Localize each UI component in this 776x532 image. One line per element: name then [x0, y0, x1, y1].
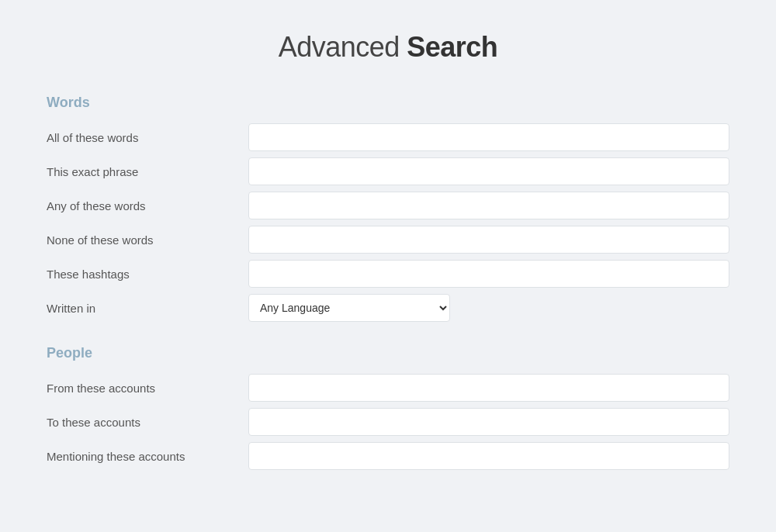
title-normal: Advanced [279, 31, 407, 63]
from-accounts-label: From these accounts [47, 382, 248, 395]
hashtags-label: These hashtags [47, 268, 248, 281]
exact-phrase-label: This exact phrase [47, 165, 248, 178]
words-section: Words All of these words This exact phra… [47, 95, 729, 322]
none-words-row: None of these words [47, 226, 729, 254]
people-section-header: People [47, 345, 729, 361]
hashtags-input[interactable] [248, 260, 729, 288]
hashtags-row: These hashtags [47, 260, 729, 288]
words-section-header: Words [47, 95, 729, 111]
to-accounts-input[interactable] [248, 408, 729, 436]
mentioning-accounts-input[interactable] [248, 442, 729, 470]
any-words-input[interactable] [248, 192, 729, 219]
from-accounts-row: From these accounts [47, 374, 729, 402]
none-words-input[interactable] [248, 226, 729, 254]
exact-phrase-input[interactable] [248, 157, 729, 185]
mentioning-accounts-label: Mentioning these accounts [47, 450, 248, 463]
written-in-label: Written in [47, 302, 248, 315]
page-title: Advanced Search [47, 31, 729, 64]
mentioning-accounts-row: Mentioning these accounts [47, 442, 729, 470]
any-words-label: Any of these words [47, 199, 248, 212]
title-bold: Search [407, 31, 497, 63]
to-accounts-label: To these accounts [47, 416, 248, 429]
all-words-label: All of these words [47, 131, 248, 144]
written-in-row: Written in Any Language English Spanish … [47, 294, 729, 322]
from-accounts-input[interactable] [248, 374, 729, 402]
page-container: Advanced Search Words All of these words… [0, 0, 776, 524]
to-accounts-row: To these accounts [47, 408, 729, 436]
language-select[interactable]: Any Language English Spanish French Germ… [248, 294, 450, 322]
any-words-row: Any of these words [47, 192, 729, 219]
none-words-label: None of these words [47, 233, 248, 247]
all-words-row: All of these words [47, 123, 729, 151]
all-words-input[interactable] [248, 123, 729, 151]
people-section: People From these accounts To these acco… [47, 345, 729, 470]
exact-phrase-row: This exact phrase [47, 157, 729, 185]
